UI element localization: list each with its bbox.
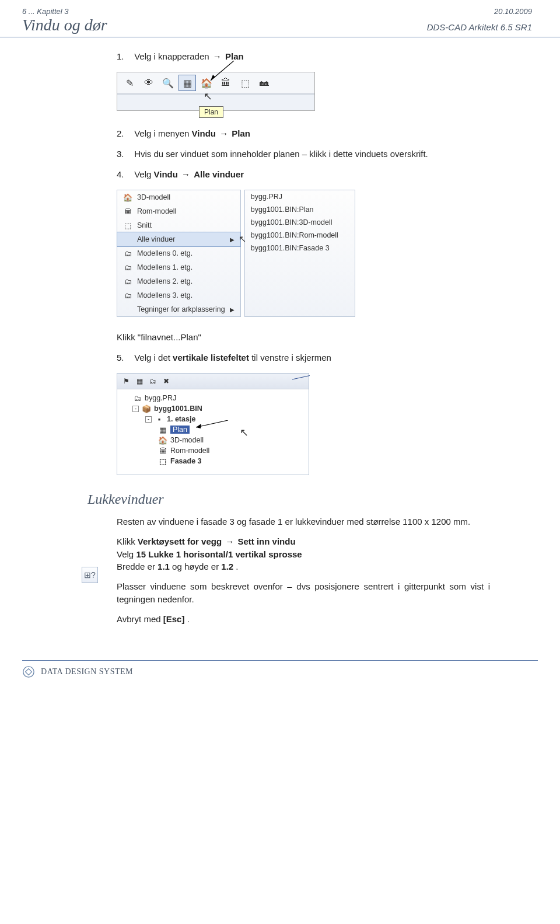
- step-target: Plan: [225, 51, 244, 61]
- menu-screenshot: 🏠3D-modell 🏛Rom-modell ⬚Snitt Alle vindu…: [117, 190, 490, 317]
- paragraph: Avbryt med [Esc] .: [117, 613, 490, 626]
- header-right: 20.10.2009: [494, 7, 532, 16]
- tree-btn-icon[interactable]: ✖: [160, 375, 172, 387]
- step-text-tail: til venstre i skjermen: [251, 353, 331, 362]
- toolbar-screenshot: ✎ 👁 🔍 ▦ 🏠 🏛 ⬚ 🏘 Plan ↖: [117, 72, 315, 111]
- pointer-arrow-icon: [193, 420, 240, 438]
- step-4: 4. Velg Vindu → Alle vinduer: [117, 169, 490, 179]
- page-subtitle: DDS-CAD Arkitekt 6.5 SR1: [427, 22, 532, 32]
- tree-item[interactable]: 🗂bygg.PRJ: [122, 393, 304, 403]
- room-icon: 🏛: [158, 446, 167, 455]
- floor-icon: 🗂: [123, 249, 132, 258]
- submenu-arrow-icon: ▶: [230, 306, 235, 313]
- step-text: Velg i menyen: [134, 128, 191, 138]
- submenu-item[interactable]: bygg1001.BIN:Fasade 3: [245, 242, 355, 254]
- cursor-icon: ↖: [204, 90, 212, 103]
- step-1: 1. Velg i knapperaden → Plan: [117, 51, 490, 61]
- toolbar-edit-icon[interactable]: ✎: [121, 75, 138, 91]
- brand-name: DATA DESIGN SYSTEM: [41, 667, 133, 677]
- step-text: Velg: [134, 169, 153, 179]
- arrow-icon: →: [212, 51, 223, 61]
- brand-logo-icon: [22, 665, 35, 678]
- paragraph: Klikk Verktøysett for vegg → Sett inn vi…: [117, 535, 490, 573]
- plan-icon: ▦: [158, 425, 167, 434]
- step-text: Velg i knapperaden: [134, 51, 212, 61]
- menu-column-right: bygg.PRJ bygg1001.BIN:Plan bygg1001.BIN:…: [244, 190, 355, 317]
- toolbar-view-icon[interactable]: 👁: [140, 75, 158, 91]
- svg-marker-4: [196, 424, 201, 428]
- tree-item[interactable]: ⬚Fasade 3: [122, 456, 304, 466]
- section-icon: ⬚: [123, 221, 132, 230]
- floor-icon: 🗂: [123, 263, 132, 272]
- menu-item: Plan: [232, 128, 250, 138]
- arrow-icon: →: [218, 128, 229, 138]
- header-left: 6 ... Kapittel 3: [22, 7, 69, 16]
- step-target: vertikale listefeltet: [173, 353, 249, 362]
- submenu-item[interactable]: bygg1001.BIN:Rom-modell: [245, 229, 355, 242]
- paragraph: Plasser vinduene som beskrevet ovenfor –…: [117, 580, 490, 606]
- menu-name: Vindu: [192, 128, 219, 138]
- tooltip: Plan: [199, 106, 223, 118]
- facade-icon: ⬚: [158, 456, 167, 466]
- menu-item-etg1[interactable]: 🗂Modellens 1. etg.: [117, 260, 240, 274]
- step-2: 2. Velg i menyen Vindu → Plan: [117, 128, 490, 138]
- step-number: 2.: [117, 128, 132, 138]
- step-3: 3. Hvis du ser vinduet som inneholder pl…: [117, 149, 490, 159]
- arrow-icon: →: [180, 169, 191, 179]
- room-icon: 🏛: [123, 207, 132, 216]
- tree-btn-icon[interactable]: ⚑: [120, 375, 132, 387]
- menu-column-left: 🏠3D-modell 🏛Rom-modell ⬚Snitt Alle vindu…: [117, 190, 241, 317]
- tree-item[interactable]: -📦bygg1001.BIN: [122, 403, 304, 414]
- cursor-icon: ↖: [240, 426, 249, 439]
- menu-name: Vindu: [154, 169, 181, 179]
- step-number: 5.: [117, 353, 132, 362]
- step-5: 5. Velg i det vertikale listefeltet til …: [117, 353, 490, 362]
- project-icon: 🗂: [132, 393, 142, 403]
- section-body: ⊞? Resten av vinduene i fasade 3 og fasa…: [117, 515, 490, 632]
- page-footer: DATA DESIGN SYSTEM: [22, 660, 538, 678]
- toolbar-plan-button[interactable]: ▦: [178, 75, 196, 91]
- submenu-item[interactable]: bygg.PRJ: [245, 190, 355, 203]
- floor-icon: 🗂: [123, 277, 132, 286]
- submenu-arrow-icon: ▶: [230, 236, 235, 243]
- step-number: 3.: [117, 149, 132, 159]
- menu-item-etg2[interactable]: 🗂Modellens 2. etg.: [117, 274, 240, 288]
- menu-item-snitt[interactable]: ⬚Snitt: [117, 218, 240, 232]
- section-icon-column: ⊞?: [82, 567, 100, 583]
- section-heading-lukkevinduer: Lukkevinduer: [88, 491, 490, 507]
- house-icon: 🏠: [123, 193, 132, 202]
- cursor-icon: ↖: [239, 233, 246, 245]
- menu-item-3d[interactable]: 🏠3D-modell: [117, 190, 240, 204]
- toolbar-houses-icon[interactable]: 🏘: [256, 75, 273, 91]
- svg-point-5: [23, 667, 34, 677]
- page-header: 6 ... Kapittel 3 20.10.2009: [0, 0, 560, 16]
- package-icon: 📦: [142, 404, 151, 413]
- step-number: 4.: [117, 169, 132, 179]
- tree-btn-icon[interactable]: ▦: [134, 375, 145, 387]
- tree-btn-icon[interactable]: 🗂: [147, 375, 159, 387]
- page-title: Vindu og dør: [22, 16, 107, 34]
- wall-toolset-icon[interactable]: ⊞?: [82, 567, 98, 583]
- floor-icon: 🗂: [123, 291, 132, 300]
- submenu-item[interactable]: bygg1001.BIN:3D-modell: [245, 216, 355, 229]
- collapse-icon[interactable]: -: [132, 406, 139, 412]
- submenu-item[interactable]: bygg1001.BIN:Plan: [245, 203, 355, 216]
- menu-item-alle-vinduer: Alle vinduer: [194, 169, 244, 179]
- paragraph: Resten av vinduene i fasade 3 og fasade …: [117, 515, 490, 528]
- title-row: Vindu og dør DDS-CAD Arkitekt 6.5 SR1: [0, 16, 560, 37]
- klikk-instruction: Klikk "filnavnet...Plan": [117, 332, 490, 342]
- menu-item-etg0[interactable]: 🗂Modellens 0. etg.: [117, 246, 240, 260]
- tree-item[interactable]: 🏛Rom-modell: [122, 445, 304, 456]
- floor-icon: ▪: [155, 414, 164, 424]
- collapse-icon[interactable]: -: [145, 416, 152, 423]
- toolbar-zoom-icon[interactable]: 🔍: [159, 75, 177, 91]
- tree-toolbar: ⚑ ▦ 🗂 ✖: [117, 374, 309, 389]
- arrow-icon: →: [224, 536, 235, 546]
- menu-item-rom[interactable]: 🏛Rom-modell: [117, 204, 240, 218]
- step-number: 1.: [117, 51, 132, 61]
- step-text: Hvis du ser vinduet som inneholder plane…: [134, 149, 428, 159]
- menu-item-alle-vinduer[interactable]: Alle vinduer▶↖: [117, 232, 241, 247]
- section-paragraphs: Resten av vinduene i fasade 3 og fasade …: [117, 515, 490, 632]
- menu-item-etg3[interactable]: 🗂Modellens 3. etg.: [117, 288, 240, 302]
- menu-item-tegninger[interactable]: Tegninger for arkplassering▶: [117, 302, 240, 316]
